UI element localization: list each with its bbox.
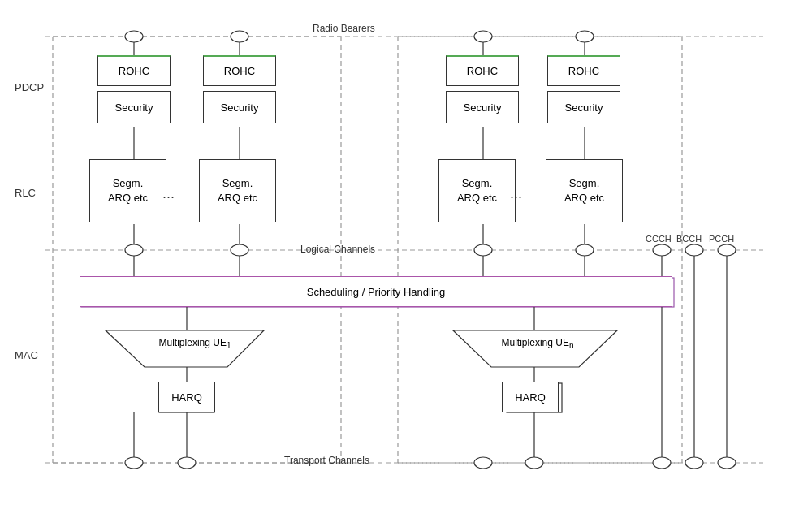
segm-arq-text-3: Segm.ARQ etc <box>457 176 497 205</box>
security-box-3: Security <box>446 91 519 123</box>
mux-ue1-label: Multiplexing UE1 <box>142 337 248 350</box>
diagram-container: PDCP RLC MAC Radio Bearers Logical Chann… <box>0 0 812 514</box>
svg-point-12 <box>231 31 248 42</box>
segm-arq-box-1: Segm.ARQ etc <box>89 159 166 222</box>
security-box-4: Security <box>547 91 620 123</box>
security-box-2: Security <box>203 91 276 123</box>
svg-point-25 <box>685 457 703 469</box>
svg-point-15 <box>125 244 143 256</box>
svg-point-56 <box>178 457 196 469</box>
segm-arq-box-3: Segm.ARQ etc <box>438 159 516 222</box>
rlc-label: RLC <box>15 187 36 199</box>
segm-arq-box-2: Segm.ARQ etc <box>199 159 276 222</box>
segm-arq-text-1: Segm.ARQ etc <box>108 176 148 205</box>
transport-channels-label: Transport Channels <box>284 455 369 466</box>
ellipsis-1: ... <box>162 185 175 202</box>
rohc-box-3: ROHC <box>446 55 519 86</box>
svg-point-11 <box>125 31 143 42</box>
svg-point-20 <box>685 244 703 256</box>
pcch-label: PCCH <box>709 234 734 244</box>
segm-arq-text-2: Segm.ARQ etc <box>218 176 257 205</box>
svg-point-18 <box>576 244 594 256</box>
uen-subscript: n <box>569 341 574 350</box>
rohc-box-4: ROHC <box>547 55 620 86</box>
svg-point-17 <box>474 244 492 256</box>
bcch-label: BCCH <box>676 234 702 244</box>
svg-point-19 <box>653 244 671 256</box>
svg-point-21 <box>718 244 736 256</box>
ccch-label: CCCH <box>646 234 672 244</box>
svg-point-16 <box>231 244 248 256</box>
svg-point-14 <box>576 31 594 42</box>
segm-arq-box-4: Segm.ARQ etc <box>546 159 623 222</box>
svg-point-57 <box>525 457 543 469</box>
scheduling-box: Scheduling / Priority Handling <box>80 276 672 307</box>
rohc-box-1: ROHC <box>97 55 171 86</box>
harq-box-1: HARQ <box>158 382 215 412</box>
rohc-box-2: ROHC <box>203 55 276 86</box>
ellipsis-2: ... <box>510 185 522 202</box>
logical-channels-label: Logical Channels <box>300 244 375 255</box>
svg-point-13 <box>474 31 492 42</box>
mux-uen-label: Multiplexing UEn <box>485 337 590 350</box>
svg-point-24 <box>653 457 671 469</box>
radio-bearers-label: Radio Bearers <box>313 23 375 34</box>
svg-point-23 <box>474 457 492 469</box>
ue1-subscript: 1 <box>227 341 231 350</box>
mac-label: MAC <box>15 349 38 361</box>
segm-arq-text-4: Segm.ARQ etc <box>564 176 604 205</box>
svg-point-22 <box>125 457 143 469</box>
pdcp-label: PDCP <box>15 81 44 93</box>
harq-box-2: HARQ <box>502 382 559 412</box>
svg-point-26 <box>718 457 736 469</box>
security-box-1: Security <box>97 91 171 123</box>
